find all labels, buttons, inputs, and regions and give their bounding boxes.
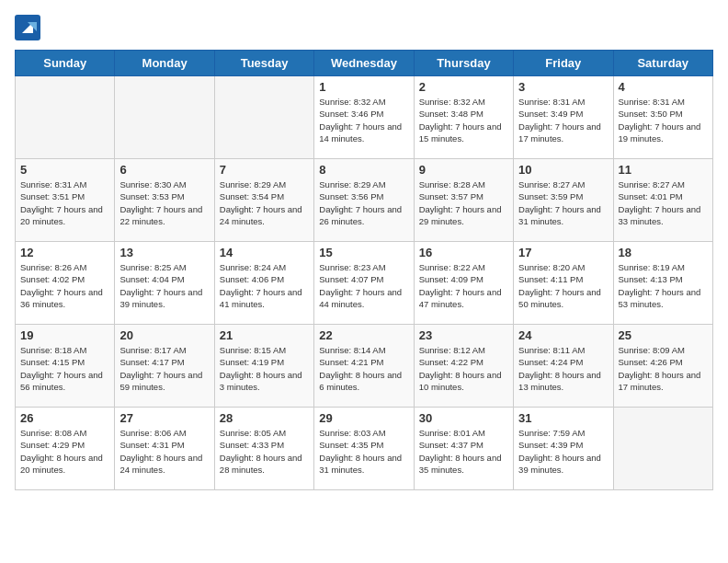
calendar-day: 14Sunrise: 8:24 AMSunset: 4:06 PMDayligh… xyxy=(214,242,313,325)
day-info: Sunrise: 8:14 AMSunset: 4:21 PMDaylight:… xyxy=(319,344,408,393)
day-number: 1 xyxy=(319,80,408,94)
day-number: 30 xyxy=(419,411,508,425)
day-number: 20 xyxy=(119,328,209,342)
weekday-header: Wednesday xyxy=(314,51,414,76)
calendar-day: 28Sunrise: 8:05 AMSunset: 4:33 PMDayligh… xyxy=(214,408,313,490)
day-info: Sunrise: 8:03 AMSunset: 4:35 PMDaylight:… xyxy=(319,427,408,476)
calendar-week: 12Sunrise: 8:26 AMSunset: 4:02 PMDayligh… xyxy=(16,242,713,325)
day-info: Sunrise: 8:18 AMSunset: 4:15 PMDaylight:… xyxy=(20,344,109,393)
day-info: Sunrise: 8:31 AMSunset: 3:51 PMDaylight:… xyxy=(20,178,109,227)
day-number: 5 xyxy=(20,163,109,177)
calendar-day: 26Sunrise: 8:08 AMSunset: 4:29 PMDayligh… xyxy=(16,408,115,490)
day-info: Sunrise: 8:30 AMSunset: 3:53 PMDaylight:… xyxy=(119,178,209,227)
calendar-day: 5Sunrise: 8:31 AMSunset: 3:51 PMDaylight… xyxy=(16,159,115,242)
calendar-day: 24Sunrise: 8:11 AMSunset: 4:24 PMDayligh… xyxy=(514,325,613,408)
day-number: 27 xyxy=(119,411,209,425)
day-number: 26 xyxy=(20,411,109,425)
calendar-day: 25Sunrise: 8:09 AMSunset: 4:26 PMDayligh… xyxy=(613,325,712,408)
calendar-day: 19Sunrise: 8:18 AMSunset: 4:15 PMDayligh… xyxy=(16,325,115,408)
day-info: Sunrise: 8:32 AMSunset: 3:46 PMDaylight:… xyxy=(319,96,408,144)
calendar-day: 8Sunrise: 8:29 AMSunset: 3:56 PMDaylight… xyxy=(314,159,414,242)
day-info: Sunrise: 8:11 AMSunset: 4:24 PMDaylight:… xyxy=(518,344,608,393)
day-info: Sunrise: 8:31 AMSunset: 3:50 PMDaylight:… xyxy=(619,96,708,144)
weekday-header: Friday xyxy=(514,51,613,76)
weekday-header: Monday xyxy=(115,51,214,76)
calendar-day: 4Sunrise: 8:31 AMSunset: 3:50 PMDaylight… xyxy=(613,76,712,159)
day-number: 21 xyxy=(220,328,309,342)
calendar-day xyxy=(115,76,214,159)
day-number: 25 xyxy=(619,328,708,342)
calendar-day: 27Sunrise: 8:06 AMSunset: 4:31 PMDayligh… xyxy=(115,408,214,490)
day-number: 10 xyxy=(518,163,608,177)
calendar-day: 12Sunrise: 8:26 AMSunset: 4:02 PMDayligh… xyxy=(16,242,115,325)
weekday-header: Tuesday xyxy=(214,51,313,76)
calendar-day xyxy=(16,76,115,159)
day-number: 31 xyxy=(518,411,608,425)
day-info: Sunrise: 8:20 AMSunset: 4:11 PMDaylight:… xyxy=(518,261,608,310)
day-number: 4 xyxy=(619,80,708,94)
calendar-day: 13Sunrise: 8:25 AMSunset: 4:04 PMDayligh… xyxy=(115,242,214,325)
calendar-day: 15Sunrise: 8:23 AMSunset: 4:07 PMDayligh… xyxy=(314,242,414,325)
calendar-day: 18Sunrise: 8:19 AMSunset: 4:13 PMDayligh… xyxy=(613,242,712,325)
day-number: 12 xyxy=(20,246,109,259)
day-number: 22 xyxy=(319,328,408,342)
page-header xyxy=(15,15,713,40)
day-info: Sunrise: 8:01 AMSunset: 4:37 PMDaylight:… xyxy=(419,427,508,476)
day-info: Sunrise: 8:06 AMSunset: 4:31 PMDaylight:… xyxy=(119,427,209,476)
calendar-day: 22Sunrise: 8:14 AMSunset: 4:21 PMDayligh… xyxy=(314,325,414,408)
day-number: 24 xyxy=(518,328,608,342)
calendar-day: 17Sunrise: 8:20 AMSunset: 4:11 PMDayligh… xyxy=(514,242,613,325)
day-number: 18 xyxy=(619,246,708,259)
day-info: Sunrise: 8:09 AMSunset: 4:26 PMDaylight:… xyxy=(619,344,708,393)
day-info: Sunrise: 8:29 AMSunset: 3:54 PMDaylight:… xyxy=(220,178,309,227)
calendar-day: 1Sunrise: 8:32 AMSunset: 3:46 PMDaylight… xyxy=(314,76,414,159)
day-number: 2 xyxy=(419,80,508,94)
day-info: Sunrise: 8:31 AMSunset: 3:49 PMDaylight:… xyxy=(518,96,608,144)
day-number: 23 xyxy=(419,328,508,342)
calendar-week: 26Sunrise: 8:08 AMSunset: 4:29 PMDayligh… xyxy=(16,408,713,490)
calendar-day: 3Sunrise: 8:31 AMSunset: 3:49 PMDaylight… xyxy=(514,76,613,159)
day-info: Sunrise: 7:59 AMSunset: 4:39 PMDaylight:… xyxy=(518,427,608,476)
calendar-day xyxy=(613,408,712,490)
calendar-day: 9Sunrise: 8:28 AMSunset: 3:57 PMDaylight… xyxy=(414,159,513,242)
day-info: Sunrise: 8:32 AMSunset: 3:48 PMDaylight:… xyxy=(419,96,508,144)
day-number: 9 xyxy=(419,163,508,177)
day-number: 28 xyxy=(220,411,309,425)
day-number: 11 xyxy=(619,163,708,177)
day-number: 17 xyxy=(518,246,608,259)
calendar-table: SundayMondayTuesdayWednesdayThursdayFrid… xyxy=(15,50,713,490)
calendar-week: 1Sunrise: 8:32 AMSunset: 3:46 PMDaylight… xyxy=(16,76,713,159)
day-number: 8 xyxy=(319,163,408,177)
day-info: Sunrise: 8:19 AMSunset: 4:13 PMDaylight:… xyxy=(619,261,708,310)
weekday-header: Saturday xyxy=(613,51,712,76)
day-number: 16 xyxy=(419,246,508,259)
calendar-day: 16Sunrise: 8:22 AMSunset: 4:09 PMDayligh… xyxy=(414,242,513,325)
calendar-day: 7Sunrise: 8:29 AMSunset: 3:54 PMDaylight… xyxy=(214,159,313,242)
day-info: Sunrise: 8:12 AMSunset: 4:22 PMDaylight:… xyxy=(419,344,508,393)
day-number: 13 xyxy=(119,246,209,259)
calendar-day: 6Sunrise: 8:30 AMSunset: 3:53 PMDaylight… xyxy=(115,159,214,242)
day-number: 15 xyxy=(319,246,408,259)
day-info: Sunrise: 8:23 AMSunset: 4:07 PMDaylight:… xyxy=(319,261,408,310)
calendar-day: 31Sunrise: 7:59 AMSunset: 4:39 PMDayligh… xyxy=(514,408,613,490)
logo-icon xyxy=(15,15,40,40)
calendar-day: 2Sunrise: 8:32 AMSunset: 3:48 PMDaylight… xyxy=(414,76,513,159)
calendar-day: 23Sunrise: 8:12 AMSunset: 4:22 PMDayligh… xyxy=(414,325,513,408)
day-info: Sunrise: 8:24 AMSunset: 4:06 PMDaylight:… xyxy=(220,261,309,310)
day-info: Sunrise: 8:29 AMSunset: 3:56 PMDaylight:… xyxy=(319,178,408,227)
day-number: 29 xyxy=(319,411,408,425)
day-info: Sunrise: 8:27 AMSunset: 4:01 PMDaylight:… xyxy=(619,178,708,227)
day-info: Sunrise: 8:22 AMSunset: 4:09 PMDaylight:… xyxy=(419,261,508,310)
calendar-day: 21Sunrise: 8:15 AMSunset: 4:19 PMDayligh… xyxy=(214,325,313,408)
day-info: Sunrise: 8:26 AMSunset: 4:02 PMDaylight:… xyxy=(20,261,109,310)
calendar-week: 19Sunrise: 8:18 AMSunset: 4:15 PMDayligh… xyxy=(16,325,713,408)
calendar-day: 10Sunrise: 8:27 AMSunset: 3:59 PMDayligh… xyxy=(514,159,613,242)
calendar-day: 30Sunrise: 8:01 AMSunset: 4:37 PMDayligh… xyxy=(414,408,513,490)
calendar-day: 20Sunrise: 8:17 AMSunset: 4:17 PMDayligh… xyxy=(115,325,214,408)
day-number: 3 xyxy=(518,80,608,94)
day-info: Sunrise: 8:28 AMSunset: 3:57 PMDaylight:… xyxy=(419,178,508,227)
calendar-day: 11Sunrise: 8:27 AMSunset: 4:01 PMDayligh… xyxy=(613,159,712,242)
day-info: Sunrise: 8:15 AMSunset: 4:19 PMDaylight:… xyxy=(220,344,309,393)
day-number: 6 xyxy=(119,163,209,177)
logo xyxy=(15,15,44,40)
